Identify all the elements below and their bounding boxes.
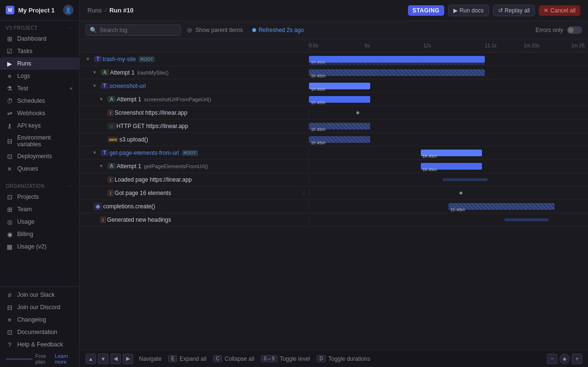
toggle-level-action[interactable]: 0 – 9 Toggle level xyxy=(260,355,310,362)
tree-left: i Generated new headings xyxy=(80,216,309,223)
nav-up-button[interactable]: ▲ xyxy=(86,354,96,364)
deployments-icon: ⊡ xyxy=(6,152,13,160)
slack-icon: # xyxy=(6,291,13,299)
task-label[interactable]: screenshot-url xyxy=(109,83,146,89)
usage-icon: ◎ xyxy=(6,218,13,226)
sidebar-item-logs[interactable]: ≡ Logs xyxy=(0,70,79,82)
timeline-left-header xyxy=(80,39,309,52)
sidebar-item-billing[interactable]: ◉ Billing xyxy=(0,228,79,240)
sidebar-item-tasks[interactable]: ☑ Tasks xyxy=(0,45,79,57)
discord-icon: ⊟ xyxy=(6,303,13,311)
env-vars-icon: ⊟ xyxy=(6,137,13,145)
sidebar-item-deployments[interactable]: ⊡ Deployments xyxy=(0,150,79,162)
breadcrumb: Runs / Run #10 xyxy=(87,7,134,14)
sidebar-item-label: Test xyxy=(17,85,28,92)
sidebar-item-label: Queues xyxy=(17,165,38,172)
sidebar-item-label: API keys xyxy=(17,122,41,129)
zoom-in-button[interactable]: + xyxy=(572,354,582,364)
tree-left: i Got page 16 elements ⋮ xyxy=(80,190,309,196)
bar-label: 1h 45m xyxy=(309,140,327,146)
tree-right: 1h 45m xyxy=(309,146,588,159)
replay-icon: ↺ xyxy=(498,7,503,14)
chevron-icon[interactable]: ▼ xyxy=(98,97,105,102)
toggle-level-keys: 0 – 9 xyxy=(261,355,277,362)
sidebar-item-runs[interactable]: ▶ Runs xyxy=(0,57,79,70)
sidebar-item-env-vars[interactable]: ⊟ Environment variables xyxy=(0,132,79,150)
chevron-icon[interactable]: ▼ xyxy=(85,56,91,62)
row-label: s3.upload() xyxy=(119,136,148,143)
sidebar-item-usage[interactable]: ◎ Usage xyxy=(0,216,79,228)
bar-label: 1h 45m xyxy=(309,99,327,106)
sidebar-item-webhooks[interactable]: ⇌ Webhooks xyxy=(0,107,79,119)
nav-down-button[interactable]: ▼ xyxy=(98,354,108,364)
runs-icon: ▶ xyxy=(6,60,13,67)
zoom-fit-button[interactable]: ◉ xyxy=(559,354,570,364)
nav-right-button[interactable]: ▶ xyxy=(123,354,133,364)
tree-right: 1h 45m xyxy=(309,79,588,92)
sidebar-item-dashboard[interactable]: ⊞ Dashboard xyxy=(0,32,79,45)
task-label[interactable]: get-page-elements-from-url xyxy=(109,150,179,156)
sidebar-item-changelog[interactable]: ≡ Changelog xyxy=(0,313,79,326)
staging-button[interactable]: STAGING xyxy=(408,5,444,16)
run-docs-icon: ▶ xyxy=(453,7,458,14)
tree-left: i Screenshot https://linear.app xyxy=(80,109,309,116)
sidebar-item-test[interactable]: ⚗ Test ▼ xyxy=(0,82,79,95)
chevron-icon[interactable]: ▼ xyxy=(91,83,98,88)
tree-right: 1h 45m xyxy=(309,200,588,213)
zoom-controls: − ◉ + xyxy=(547,354,582,364)
sidebar-item-schedules[interactable]: ⏱ Schedules xyxy=(0,95,79,107)
chevron-icon[interactable]: ▼ xyxy=(91,70,98,75)
toggle-durations-action[interactable]: D Toggle durations xyxy=(316,355,370,362)
sidebar-item-documentation[interactable]: ⊡ Documentation xyxy=(0,326,79,338)
learn-more-link[interactable]: Learn more xyxy=(55,353,74,365)
sidebar-item-projects[interactable]: ⊡ Projects xyxy=(0,191,79,203)
sidebar-item-label: Join our Discord xyxy=(17,304,60,311)
tree-row: ▼ A Attempt 1 getPageElementsFromUrl() 1… xyxy=(80,160,588,173)
cancel-all-button[interactable]: ✕ Cancel all xyxy=(539,5,580,16)
sidebar-logo: M My Project 1 👤 xyxy=(0,0,79,21)
tree-row: ▼ A Attempt 1 trashMySite() 1h 45m xyxy=(80,66,588,79)
project-section-dots[interactable]: ··· xyxy=(67,25,74,31)
gantt-dot xyxy=(356,111,359,114)
logo-icon: M xyxy=(6,6,14,14)
plus-icon: ⊕ xyxy=(187,26,192,34)
sidebar-item-join-slack[interactable]: # Join our Slack xyxy=(0,289,79,301)
run-docs-button[interactable]: ▶ Run docs xyxy=(448,5,489,16)
avatar[interactable]: 👤 xyxy=(63,5,74,15)
org-section-dots[interactable]: ··· xyxy=(67,184,74,189)
search-input[interactable] xyxy=(100,27,167,33)
chevron-icon[interactable]: ▼ xyxy=(91,150,98,155)
sidebar-item-api-keys[interactable]: ⚷ API keys xyxy=(0,119,79,132)
show-parent-items-button[interactable]: ⊕ Show parent items xyxy=(187,26,243,34)
ruler-mark-0: 0.0s xyxy=(309,43,318,48)
test-icon: ⚗ xyxy=(6,85,13,92)
tree-right: 1h 45m xyxy=(309,160,588,173)
sidebar-item-help-feedback[interactable]: ? Help & Feedback xyxy=(0,338,79,351)
row-label: Screenshot https://linear.app xyxy=(115,109,187,116)
collapse-all-action[interactable]: C Collapse all xyxy=(212,355,254,362)
sidebar-item-usage-v2[interactable]: ▦ Usage (v2) xyxy=(0,240,79,253)
errors-only-switch[interactable] xyxy=(567,26,582,34)
tree-row: ▼ T trash-my-site ROOT 1h 45m xyxy=(80,53,588,66)
breadcrumb-runs-link[interactable]: Runs xyxy=(87,7,102,14)
search-box[interactable]: 🔍 xyxy=(86,24,181,36)
zoom-out-button[interactable]: − xyxy=(547,354,557,364)
context-menu-dots[interactable]: ⋮ xyxy=(301,190,307,196)
expand-all-action[interactable]: E Expand all xyxy=(167,355,206,362)
sidebar-item-label: Usage xyxy=(17,218,34,225)
tree-left: ▼ T screenshot-url xyxy=(80,83,309,89)
task-label[interactable]: trash-my-site xyxy=(103,56,136,63)
tree-row: ▼ T get-page-elements-from-url ROOT 1h 4… xyxy=(80,146,588,160)
tree-right xyxy=(309,213,588,226)
sidebar-item-queues[interactable]: ≡ Queues xyxy=(0,162,79,175)
projects-icon: ⊡ xyxy=(6,193,13,201)
replay-all-button[interactable]: ↺ Replay all xyxy=(493,5,535,16)
sidebar-item-team[interactable]: ⊞ Team xyxy=(0,203,79,216)
timeline-container: 0.0s 6s 12s 11.1s 1m 20s 1m 26 ▼ T trash… xyxy=(80,39,588,350)
app-title: My Project 1 xyxy=(18,7,55,14)
gantt-bar: 1h 45m xyxy=(309,96,370,103)
tree-right: 1h 45m xyxy=(309,93,588,106)
chevron-icon[interactable]: ▼ xyxy=(98,163,105,169)
nav-left-button[interactable]: ◀ xyxy=(110,354,121,364)
sidebar-item-join-discord[interactable]: ⊟ Join our Discord xyxy=(0,301,79,313)
